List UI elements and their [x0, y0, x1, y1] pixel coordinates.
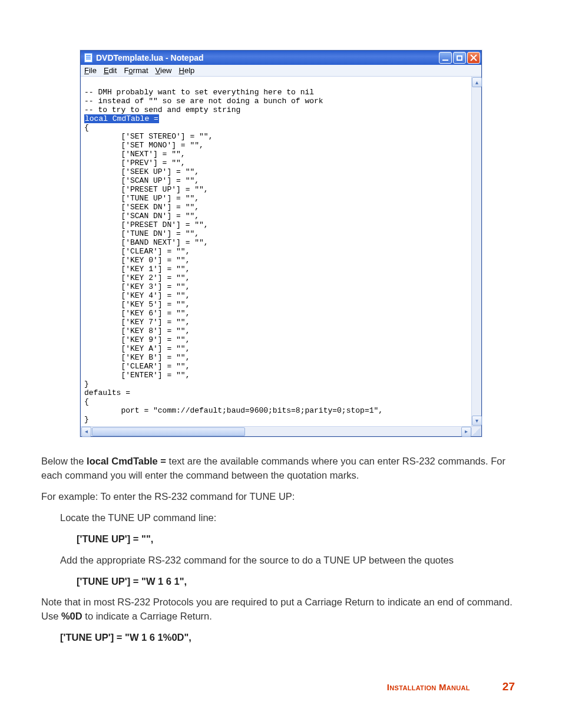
editor-textarea[interactable]: -- DMH probably want to set everything h…: [81, 77, 471, 426]
titlebar[interactable]: DVDTemplate.lua - Notepad: [81, 51, 481, 65]
footer-page-number: 27: [503, 680, 515, 693]
footer-title: Installation Manual: [387, 682, 470, 692]
maximize-button[interactable]: [453, 52, 466, 64]
minimize-button[interactable]: [439, 52, 452, 64]
code-line-1: ['TUNE UP'] = "",: [77, 532, 521, 546]
menu-help[interactable]: Help: [179, 66, 195, 75]
code1: ['TUNE UP'] = "",: [77, 533, 153, 544]
menu-file[interactable]: File: [84, 66, 97, 75]
menubar: File Edit Format View Help: [81, 65, 481, 77]
scroll-left-button[interactable]: ◂: [81, 427, 91, 437]
p5-bold: %0D: [61, 611, 82, 621]
menu-view[interactable]: View: [156, 66, 172, 75]
paragraph-intro: Below the local CmdTable = text are the …: [41, 454, 521, 483]
paragraph-example-lead: For example: To enter the RS-232 command…: [41, 490, 521, 504]
close-icon: [470, 54, 477, 61]
body-copy: Below the local CmdTable = text are the …: [41, 454, 521, 645]
notepad-icon: [84, 53, 92, 62]
code-line-2: ['TUNE UP'] = "W 1 6 1",: [77, 575, 521, 589]
code3: ['TUNE UP'] = "W 1 6 1%0D",: [60, 632, 191, 643]
menu-help-rest: elp: [184, 66, 194, 75]
code2: ['TUNE UP'] = "W 1 6 1",: [77, 576, 187, 587]
menu-view-rest: iew: [160, 66, 172, 75]
paragraph-cr-note: Note that in most RS-232 Protocols you a…: [41, 595, 521, 624]
maximize-icon: [457, 55, 462, 61]
vertical-scrollbar[interactable]: ▴ ▾: [471, 77, 481, 426]
notepad-window: DVDTemplate.lua - Notepad File Edit Form…: [80, 50, 482, 437]
menu-edit-rest: dit: [109, 66, 117, 75]
scroll-down-button[interactable]: ▾: [472, 416, 482, 426]
horizontal-scrollbar[interactable]: ◂ ▸: [81, 426, 481, 436]
page-footer: Installation Manual 27: [41, 680, 521, 693]
hscroll-thumb[interactable]: [92, 427, 245, 436]
menu-file-rest: ile: [89, 66, 97, 75]
paragraph-add-cmd: Add the appropriate RS-232 command for t…: [60, 554, 521, 568]
paragraph-locate: Locate the TUNE UP command line:: [60, 511, 521, 525]
menu-format[interactable]: Format: [124, 66, 148, 75]
scroll-up-button[interactable]: ▴: [472, 77, 482, 87]
window-buttons: [439, 52, 480, 64]
menu-format-rest: rmat: [133, 66, 148, 75]
client-area: -- DMH probably want to set everything h…: [81, 77, 481, 426]
p1-bold: local CmdTable =: [87, 456, 166, 466]
window-title: DVDTemplate.lua - Notepad: [96, 53, 435, 62]
highlighted-declaration: local CmdTable =: [84, 114, 159, 123]
p1-a: Below the: [41, 456, 87, 466]
resize-grip[interactable]: [471, 427, 481, 436]
p5-b: to indicate a Carriage Return.: [85, 611, 212, 621]
minimize-icon: [442, 60, 448, 61]
menu-edit[interactable]: Edit: [104, 66, 117, 75]
close-button[interactable]: [467, 52, 480, 64]
code-line-3: ['TUNE UP'] = "W 1 6 1%0D",: [60, 631, 521, 645]
scroll-right-button[interactable]: ▸: [461, 427, 471, 437]
